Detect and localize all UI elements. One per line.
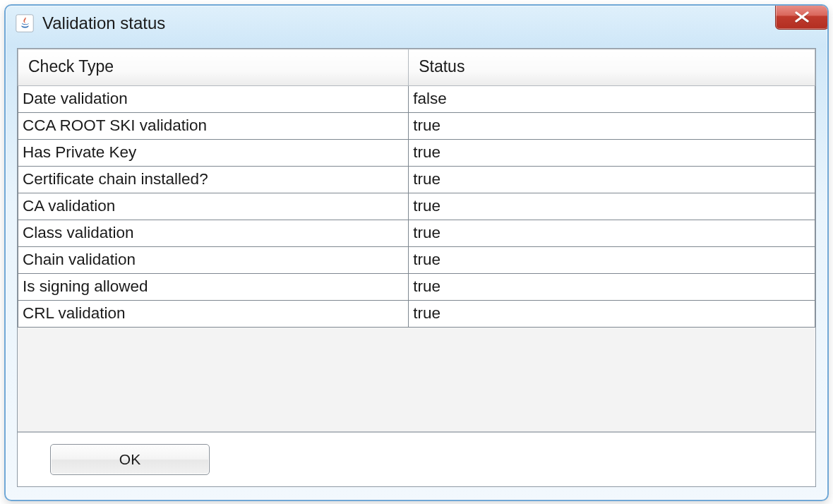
cell-status: true xyxy=(409,113,815,140)
validation-table: Check Type Status Date validation false … xyxy=(18,49,815,328)
cell-status: true xyxy=(409,167,815,193)
table-row[interactable]: Certificate chain installed? true xyxy=(18,167,815,193)
cell-check-type: Date validation xyxy=(18,86,409,113)
cell-check-type: Class validation xyxy=(18,220,409,247)
dialog-footer: OK xyxy=(18,433,815,486)
table-row[interactable]: CA validation true xyxy=(18,193,815,220)
cell-status: true xyxy=(409,220,815,247)
close-icon xyxy=(794,11,810,23)
table-header-row: Check Type Status xyxy=(18,49,815,86)
table-row[interactable]: CCA ROOT SKI validation true xyxy=(18,113,815,140)
window-title: Validation status xyxy=(42,13,822,33)
cell-status: true xyxy=(409,140,815,167)
cell-status: true xyxy=(409,274,815,301)
table-row[interactable]: Chain validation true xyxy=(18,247,815,274)
java-app-icon xyxy=(16,14,34,32)
column-header-check-type[interactable]: Check Type xyxy=(18,49,409,86)
cell-status: false xyxy=(409,86,815,113)
cell-status: true xyxy=(409,193,815,220)
cell-check-type: CA validation xyxy=(18,193,409,220)
dialog-content: Check Type Status Date validation false … xyxy=(17,48,816,487)
cell-check-type: Certificate chain installed? xyxy=(18,167,409,193)
column-header-status[interactable]: Status xyxy=(409,49,815,86)
validation-status-dialog: Validation status xyxy=(4,4,829,501)
close-button[interactable] xyxy=(775,4,829,30)
cell-status: true xyxy=(409,301,815,328)
table-row[interactable]: Class validation true xyxy=(18,220,815,247)
titlebar[interactable]: Validation status xyxy=(6,6,827,41)
cell-check-type: Is signing allowed xyxy=(18,274,409,301)
cell-check-type: Has Private Key xyxy=(18,140,409,167)
validation-table-container: Check Type Status Date validation false … xyxy=(18,49,815,433)
ok-button[interactable]: OK xyxy=(50,444,210,475)
table-row[interactable]: Is signing allowed true xyxy=(18,274,815,301)
table-row[interactable]: Has Private Key true xyxy=(18,140,815,167)
cell-check-type: Chain validation xyxy=(18,247,409,274)
table-row[interactable]: Date validation false xyxy=(18,86,815,113)
svg-rect-0 xyxy=(16,15,33,32)
cell-status: true xyxy=(409,247,815,274)
cell-check-type: CCA ROOT SKI validation xyxy=(18,113,409,140)
cell-check-type: CRL validation xyxy=(18,301,409,328)
table-row[interactable]: CRL validation true xyxy=(18,301,815,328)
